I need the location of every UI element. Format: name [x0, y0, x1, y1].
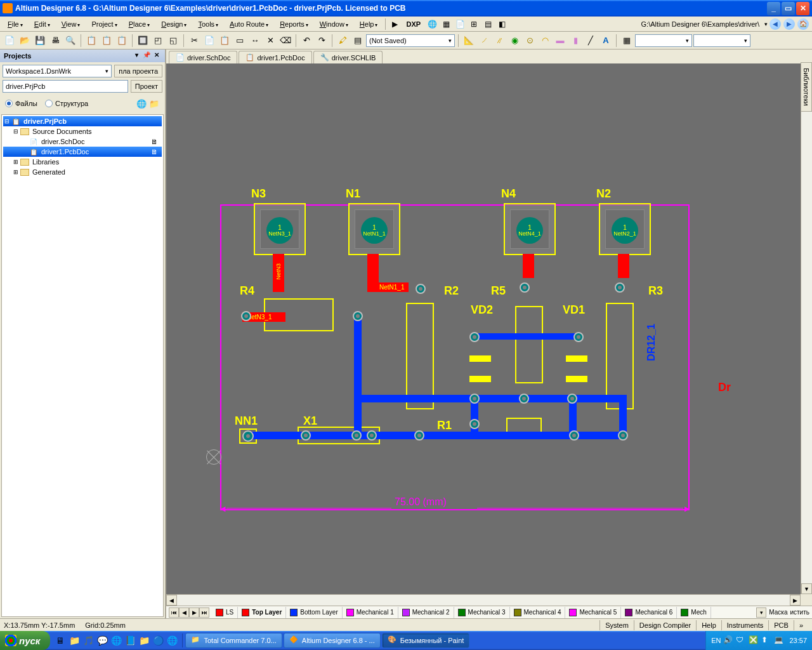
ql-icon[interactable]: 💬: [96, 633, 108, 647]
vertical-scrollbar[interactable]: ▲▼: [801, 63, 812, 594]
pad[interactable]: [520, 282, 530, 293]
panel-menu-icon[interactable]: ▾: [132, 51, 141, 60]
pad[interactable]: [242, 430, 254, 442]
region-icon[interactable]: ▮: [568, 34, 582, 48]
pad[interactable]: [573, 332, 584, 342]
paste-icon[interactable]: 📋: [218, 34, 232, 48]
taskbar-button[interactable]: 📁Total Commander 7.0...: [185, 633, 282, 648]
layer-tab[interactable]: Mechanical 2: [398, 607, 454, 618]
status-system[interactable]: System: [599, 620, 634, 630]
doc1-icon[interactable]: 📋: [84, 34, 98, 48]
tab-schlib[interactable]: 🔧driver.SCHLIB: [313, 51, 383, 63]
window-close-button[interactable]: ✕: [796, 2, 809, 15]
tree-file[interactable]: 📄 driver.SchDoc 🗎: [3, 136, 162, 147]
print-icon[interactable]: 🖶: [48, 34, 62, 48]
status-design-compiler[interactable]: Design Compiler: [634, 620, 696, 630]
ql-icon[interactable]: 🖥: [54, 633, 67, 647]
pad[interactable]: [469, 332, 480, 342]
tb-icon-board[interactable]: ▦: [440, 18, 452, 30]
diffpair-icon[interactable]: ⫽: [492, 34, 506, 48]
tray-icon[interactable]: 🛡: [736, 635, 746, 646]
tab-pcbdoc[interactable]: 📋driver1.PcbDoc: [239, 51, 311, 63]
tb-icon-globe[interactable]: 🌐: [426, 18, 438, 30]
ql-icon[interactable]: 🎵: [82, 633, 95, 647]
workspace-button[interactable]: пла проекта: [114, 65, 162, 77]
ql-icon[interactable]: 🔵: [152, 633, 164, 647]
tray-icon[interactable]: ❎: [749, 635, 759, 646]
menu-design[interactable]: Design▾: [156, 19, 192, 29]
deselect-icon[interactable]: ✕: [263, 34, 277, 48]
layer-opts[interactable]: ▾: [756, 607, 766, 618]
select-icon[interactable]: ▭: [233, 34, 247, 48]
layer-tab[interactable]: Mechanical 4: [510, 607, 566, 618]
layer-nav-first[interactable]: ⏮: [169, 607, 179, 618]
move-icon[interactable]: ↔: [248, 34, 262, 48]
pad[interactable]: [416, 284, 426, 294]
comp-combo[interactable]: ▾: [635, 34, 692, 47]
ql-icon[interactable]: 📁: [68, 633, 81, 647]
menu-file[interactable]: File▾: [3, 19, 28, 29]
breadcrumb-path[interactable]: G:\Altium Designer 6\Examples\driver\: [638, 19, 763, 29]
panel-opt1-icon[interactable]: 🌐: [136, 98, 147, 109]
undo-icon[interactable]: ↶: [299, 34, 313, 48]
menu-help[interactable]: Help▾: [355, 19, 383, 29]
menu-autoroute[interactable]: Auto Route▾: [225, 19, 273, 29]
menu-project[interactable]: Project▾: [86, 19, 122, 29]
zoom-area-icon[interactable]: 🔲: [136, 34, 150, 48]
tab-schdoc[interactable]: 📄driver.SchDoc: [169, 51, 237, 63]
pad[interactable]: [301, 430, 311, 441]
layer-nav-last[interactable]: ⏭: [199, 607, 209, 618]
highlight-icon[interactable]: 🖍: [336, 34, 350, 48]
window-maximize-button[interactable]: ▭: [782, 2, 795, 15]
tb-icon-pref[interactable]: ◧: [495, 18, 508, 30]
pad[interactable]: [414, 430, 424, 441]
window-minimize-button[interactable]: _: [767, 2, 780, 15]
doc2-icon[interactable]: 📋: [100, 34, 114, 48]
zoom-fit-icon[interactable]: ◰: [151, 34, 165, 48]
via-icon[interactable]: ⊙: [523, 34, 537, 48]
menu-reports[interactable]: Reports▾: [275, 19, 313, 29]
pad[interactable]: [241, 311, 251, 321]
pad[interactable]: [351, 430, 362, 441]
layer-tab[interactable]: Top Layer: [238, 607, 286, 618]
open-icon[interactable]: 📂: [18, 34, 32, 48]
pad[interactable]: [367, 430, 377, 441]
pad[interactable]: [567, 394, 577, 404]
ql-icon[interactable]: 🌐: [166, 633, 178, 647]
start-button[interactable]: пуск: [0, 631, 50, 650]
taskbar-button[interactable]: 🔶Altium Designer 6.8 - ...: [284, 633, 381, 648]
new-icon[interactable]: 📄: [3, 34, 16, 48]
save-icon[interactable]: 💾: [33, 34, 47, 48]
arc-icon[interactable]: ◠: [538, 34, 552, 48]
ql-icon[interactable]: 📁: [138, 633, 150, 647]
pad[interactable]: [618, 430, 628, 441]
preview-icon[interactable]: 🔍: [63, 34, 77, 48]
pad[interactable]: [615, 282, 625, 293]
menu-tools[interactable]: Tools▾: [193, 19, 223, 29]
horizontal-scrollbar[interactable]: ◀▶: [166, 594, 801, 606]
layer-nav-prev[interactable]: ◀: [179, 607, 189, 618]
tree-generated[interactable]: ⊞ Generated: [3, 167, 162, 177]
tray-icon[interactable]: 🔊: [723, 635, 733, 646]
filter-icon[interactable]: ▤: [351, 34, 365, 48]
layer-tab[interactable]: Mech: [677, 607, 710, 618]
clear-icon[interactable]: ⌫: [278, 34, 292, 48]
status-help[interactable]: Help: [696, 620, 721, 630]
cut-icon[interactable]: ✂: [187, 34, 201, 48]
tray-icon[interactable]: 💻: [774, 635, 784, 646]
tree-file-active[interactable]: 📋 driver1.PcbDoc 🗎: [3, 147, 162, 157]
taskbar-button-active[interactable]: 🎨Безымянный - Paint: [382, 633, 470, 648]
status-instruments[interactable]: Instruments: [721, 620, 768, 630]
route-icon[interactable]: ⟋: [477, 34, 491, 48]
project-tree[interactable]: ⊟ 📋 driver.PrjPcb ⊟ Source Documents 📄 d…: [1, 114, 164, 617]
workspace-combo[interactable]: Workspace1.DsnWrk ▾: [3, 65, 112, 77]
tree-root[interactable]: ⊟ 📋 driver.PrjPcb: [3, 116, 162, 126]
nav-back-button[interactable]: ◀: [769, 18, 781, 30]
layer-tab[interactable]: Mechanical 3: [454, 607, 510, 618]
status-more[interactable]: »: [794, 620, 808, 630]
pad[interactable]: [469, 419, 480, 429]
project-combo[interactable]: driver.PrjPcb: [3, 80, 128, 93]
side-tab-libraries[interactable]: Библиотеки: [801, 62, 812, 112]
fill-icon[interactable]: ▬: [553, 34, 567, 48]
nav-forward-button[interactable]: ▶: [783, 18, 795, 30]
